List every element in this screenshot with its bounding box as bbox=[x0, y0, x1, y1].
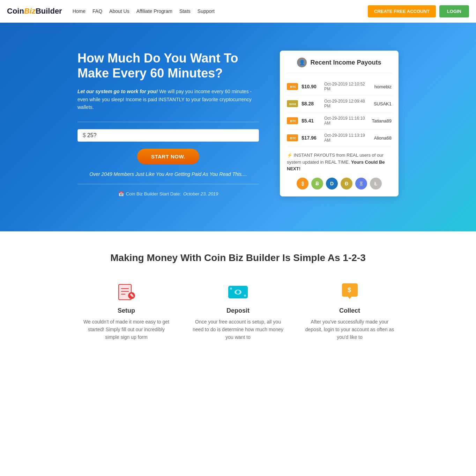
start-date-label: Coin Biz Builder Start Date: bbox=[126, 191, 181, 196]
payout-time-1: Oct-29-2019 12:10:52 PM bbox=[324, 82, 371, 91]
payouts-header: 👤 Recent Income Payouts bbox=[287, 58, 392, 73]
payout-time-4: Oct-29-2019 11:13:19 AM bbox=[324, 133, 370, 143]
deposit-name: Deposit bbox=[193, 307, 283, 314]
svg-text:BTC: BTC bbox=[290, 85, 296, 89]
nav-about[interactable]: About Us bbox=[109, 8, 129, 14]
svg-text:BTC: BTC bbox=[290, 119, 296, 123]
deposit-icon bbox=[228, 281, 248, 302]
navbar: Coin BizBuilder Home FAQ About Us Affili… bbox=[0, 0, 476, 23]
payout-row: BTC $10.90 Oct-29-2019 12:10:52 PM homeb… bbox=[287, 78, 392, 95]
svg-point-18 bbox=[230, 288, 232, 290]
hero-title: How Much Do You Want To Make Every 60 Mi… bbox=[77, 51, 259, 81]
payout-amount-3: $5.41 bbox=[302, 118, 321, 124]
svg-point-19 bbox=[244, 295, 246, 297]
collect-desc: After you've successfully made your depo… bbox=[304, 318, 395, 341]
payout-amount-1: $10.90 bbox=[302, 84, 321, 89]
crypto-btc-icon: ₿ bbox=[297, 178, 308, 189]
nav-stats[interactable]: Stats bbox=[179, 8, 191, 14]
create-account-button[interactable]: CREATE FREE ACCOUNT bbox=[368, 5, 436, 17]
hero-subtitle-bold: Let our system go to work for you! bbox=[77, 89, 158, 94]
hero-section: How Much Do You Want To Make Every 60 Mi… bbox=[0, 23, 476, 231]
payouts-card: 👤 Recent Income Payouts BTC $10.90 Oct-2… bbox=[280, 51, 399, 196]
dollar-sign: $ bbox=[83, 132, 86, 139]
nav-actions: CREATE FREE ACCOUNT LOGIN bbox=[368, 5, 469, 17]
nav-support[interactable]: Support bbox=[198, 8, 215, 14]
steps-title: Making Money With Coin Biz Builder Is Si… bbox=[7, 252, 469, 263]
payout-row: BTC $5.41 Oct-29-2019 11:16:10 AM Tatian… bbox=[287, 112, 392, 129]
income-input-group: $ bbox=[77, 129, 259, 142]
collect-icon: $ bbox=[339, 281, 360, 302]
doge-icon: DOGE bbox=[287, 100, 298, 107]
svg-point-17 bbox=[236, 290, 240, 294]
hero-content: How Much Do You Want To Make Every 60 Mi… bbox=[77, 51, 259, 196]
nav-home[interactable]: Home bbox=[73, 8, 85, 14]
start-date-value: October 23, 2019 bbox=[183, 191, 218, 196]
svg-text:BTC: BTC bbox=[290, 136, 296, 140]
payout-time-2: Oct-29-2019 12:09:48 PM bbox=[324, 99, 370, 109]
step-deposit: Deposit Once your free account is setup,… bbox=[193, 281, 283, 341]
steps-section: Making Money With Coin Biz Builder Is Si… bbox=[0, 231, 476, 362]
login-button[interactable]: LOGIN bbox=[439, 5, 469, 17]
setup-icon: ✎ bbox=[116, 281, 137, 302]
step-collect: $ Collect After you've successfully made… bbox=[304, 281, 395, 341]
setup-desc: We couldn't of made it more easy to get … bbox=[81, 318, 172, 341]
svg-text:✎: ✎ bbox=[130, 293, 134, 298]
instant-payouts-text: ⚡ INSTANT PAYOUTS from REAL users of our… bbox=[287, 152, 392, 172]
income-input[interactable] bbox=[87, 132, 254, 139]
step-setup: ✎ Setup We couldn't of made it more easy… bbox=[81, 281, 172, 341]
crypto-icons: ₿ Ƀ D Ð Ξ Ł bbox=[287, 178, 392, 189]
payout-user-4: Aliona68 bbox=[374, 135, 392, 141]
payouts-title: Recent Income Payouts bbox=[310, 59, 381, 66]
nav-links: Home FAQ About Us Affiliate Program Stat… bbox=[73, 8, 368, 14]
start-date: 📅 Coin Biz Builder Start Date: October 2… bbox=[77, 191, 259, 196]
payout-time-3: Oct-29-2019 11:16:10 AM bbox=[324, 116, 369, 126]
svg-text:$: $ bbox=[348, 287, 351, 293]
payout-user-2: SUSAK1 bbox=[374, 101, 392, 106]
hero-divider bbox=[77, 122, 259, 122]
crypto-dash-icon: D bbox=[326, 178, 338, 189]
payout-user-3: Tatiana89 bbox=[372, 118, 392, 124]
payout-row: BTC $17.96 Oct-29-2019 11:13:19 AM Alion… bbox=[287, 129, 392, 147]
members-text: Over 2049 Members Just Like You Are Gett… bbox=[77, 171, 259, 177]
payout-amount-2: $8.28 bbox=[302, 101, 321, 106]
svg-text:DOGE: DOGE bbox=[289, 103, 296, 105]
brand-logo[interactable]: Coin BizBuilder bbox=[7, 7, 62, 16]
crypto-ltc-icon: Ł bbox=[370, 178, 382, 189]
crypto-doge-icon: Ð bbox=[341, 178, 352, 189]
payout-amount-4: $17.96 bbox=[302, 135, 321, 141]
nav-faq[interactable]: FAQ bbox=[92, 8, 102, 14]
brand-coin: Coin bbox=[7, 7, 24, 16]
brand-biz: Biz bbox=[24, 7, 36, 16]
user-icon: 👤 bbox=[297, 58, 307, 67]
brand-builder: Builder bbox=[36, 7, 62, 16]
btc-icon: BTC bbox=[287, 83, 298, 90]
crypto-bch-icon: Ƀ bbox=[311, 178, 323, 189]
setup-name: Setup bbox=[81, 307, 172, 314]
start-now-button[interactable]: START NOW. bbox=[137, 149, 199, 164]
btc-icon-2: BTC bbox=[287, 117, 298, 124]
calendar-icon: 📅 bbox=[118, 191, 124, 196]
crypto-eth-icon: Ξ bbox=[355, 178, 367, 189]
payout-row: DOGE $8.28 Oct-29-2019 12:09:48 PM SUSAK… bbox=[287, 95, 392, 112]
collect-name: Collect bbox=[304, 307, 395, 314]
deposit-desc: Once your free account is setup, all you… bbox=[193, 318, 283, 341]
hero-divider-2 bbox=[77, 184, 259, 184]
btc-icon-3: BTC bbox=[287, 134, 298, 141]
nav-affiliate[interactable]: Affiliate Program bbox=[136, 8, 172, 14]
steps-grid: ✎ Setup We couldn't of made it more easy… bbox=[7, 281, 469, 341]
hero-subtitle: Let our system go to work for you! We wi… bbox=[77, 88, 259, 111]
payout-user-1: homebiz bbox=[374, 84, 392, 89]
